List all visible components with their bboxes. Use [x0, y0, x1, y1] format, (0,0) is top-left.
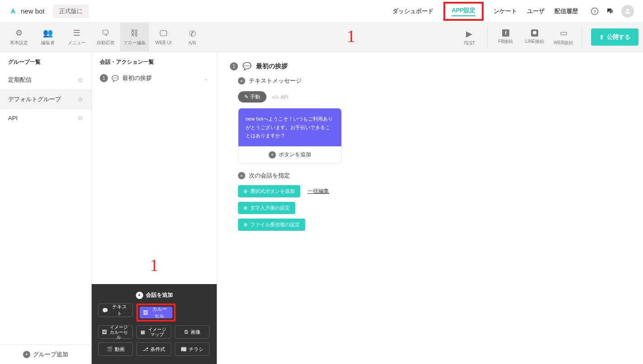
add-text-button[interactable]: 💬 テキスト: [98, 303, 133, 317]
add-conditional-button[interactable]: ⎇ 条件式: [136, 342, 171, 356]
nav-app-settings[interactable]: APP設定: [452, 6, 475, 16]
message-card[interactable]: new botへようこそ！いつもご利用ありがとうございます。お手伝いできることは…: [238, 108, 342, 163]
api-mode-button[interactable]: </> API: [272, 94, 289, 100]
add-button-action[interactable]: + ボタンを追加: [238, 146, 341, 163]
step-number-badge: 1: [100, 74, 108, 82]
left-column: グループ一覧 定期配信 ⚙ デフォルトグループ ⚙ API ⚙ + グループ追加: [0, 52, 92, 364]
add-carousel-button[interactable]: 🖼 カルーセル: [140, 307, 172, 318]
nav-survey[interactable]: ンケート: [494, 7, 517, 15]
newspaper-icon: 📰: [181, 346, 187, 352]
speech-icon: 💬: [102, 308, 108, 313]
add-flyer-button[interactable]: 📰 チラシ: [175, 342, 210, 356]
bulk-edit-link[interactable]: 一括編集: [308, 187, 329, 195]
separator: [487, 26, 488, 48]
tool-editors[interactable]: 👥 編集者: [33, 23, 62, 51]
line-icon: [531, 29, 538, 37]
chevron-down-icon[interactable]: ⌄: [204, 75, 209, 82]
nav-delivery[interactable]: 配信履歴: [554, 7, 578, 15]
add-image-button[interactable]: 🖻 画像: [175, 325, 210, 339]
annotation-box-app-settings: APP設定: [443, 2, 484, 21]
users-icon: 👥: [43, 28, 53, 38]
action-list-title: 会話・アクション一覧: [92, 52, 217, 70]
add-conversation-panel: + 会話を追加 💬 テキスト 🖼 カルーセル 🖼 イメージ カルーセル: [92, 284, 217, 364]
topnav: ダッシュボード APP設定 ンケート ユーザ 配信履歴: [392, 2, 578, 21]
svg-point-3: [626, 9, 629, 11]
nav-dashboard[interactable]: ダッシュボード: [392, 7, 433, 15]
image-icon: 🖼: [143, 310, 148, 315]
annotation-box-carousel: 🖼 カルーセル: [136, 303, 176, 322]
tool-line[interactable]: LINE接続: [520, 23, 549, 51]
flow-step-header: 1 💬 最初の挨拶: [230, 62, 630, 70]
tool-web[interactable]: ▭ WEB接続: [549, 23, 578, 51]
separator: [582, 26, 582, 48]
toolbar: ⚙ 基本設定 👥 編集者 ☰ メニュー 🗨 自動応答 ⛓ フロー編集 🖵 WEB…: [0, 23, 643, 52]
publish-button[interactable]: ⬆ 公開する: [591, 28, 638, 46]
tool-ivr[interactable]: ✆ IVR: [178, 23, 207, 51]
action-item-greeting[interactable]: 1 💬 最初の挨拶 ⌄: [92, 70, 217, 86]
chat-icon[interactable]: [606, 7, 614, 15]
step-number-badge: 1: [230, 62, 238, 70]
play-icon: ▶: [466, 29, 472, 39]
comments-icon: 🗨: [102, 28, 110, 38]
annotation-1-top: 1: [347, 26, 355, 46]
gear-icon[interactable]: ⚙: [78, 115, 83, 121]
group-item-api[interactable]: API ⚙: [0, 109, 91, 127]
svg-text:?: ?: [593, 9, 596, 14]
window-icon: ▭: [560, 28, 568, 38]
code-icon: </>: [272, 94, 279, 100]
tool-auto-reply[interactable]: 🗨 自動応答: [91, 23, 120, 51]
tool-basic-settings[interactable]: ⚙ 基本設定: [5, 23, 33, 51]
step-title: 最初の挨拶: [256, 62, 288, 70]
flow-editor: 1 💬 最初の挨拶 + テキストメッセージ ✎ 手動 </> API new b…: [217, 52, 643, 364]
gear-icon[interactable]: ⚙: [78, 77, 83, 84]
video-icon: 🎬: [107, 346, 113, 352]
add-choice-button[interactable]: ⊕ 選択式ボタンを追加: [238, 185, 300, 197]
branch-icon: ⎇: [143, 346, 149, 352]
tool-fb[interactable]: f FB接続: [491, 23, 520, 51]
add-text-message-row[interactable]: + テキストメッセージ: [238, 77, 630, 85]
file-image-icon: 🖻: [184, 329, 189, 335]
svg-point-7: [533, 31, 536, 34]
middle-column: 会話・アクション一覧 1 💬 最初の挨拶 ⌄ 1 + 会話を追加 💬 テキスト …: [92, 52, 217, 364]
next-conversation-row[interactable]: + 次の会話を指定: [238, 172, 630, 180]
svg-marker-0: [10, 8, 16, 14]
add-image-map-button[interactable]: ▦ イメージ マップ: [136, 325, 171, 339]
tool-menu[interactable]: ☰ メニュー: [62, 23, 91, 51]
plus-icon: +: [238, 77, 245, 84]
message-body[interactable]: new botへようこそ！いつもご利用ありがとうございます。お手伝いできることは…: [238, 108, 341, 146]
plan-badge[interactable]: 正式版に: [53, 5, 89, 18]
logo-icon: [9, 7, 17, 15]
facebook-icon: f: [502, 29, 509, 37]
phone-icon: ✆: [189, 29, 196, 39]
main: グループ一覧 定期配信 ⚙ デフォルトグループ ⚙ API ⚙ + グループ追加…: [0, 52, 643, 364]
add-video-button[interactable]: 🎬 動画: [98, 342, 133, 356]
svg-text:f: f: [505, 30, 507, 36]
images-icon: 🖼: [102, 329, 107, 335]
tool-flow-edit[interactable]: ⛓ フロー編集: [120, 23, 149, 51]
sitemap-icon: ⛓: [130, 28, 139, 38]
nav-user[interactable]: ユーザ: [527, 7, 545, 15]
gear-icon[interactable]: ⚙: [78, 96, 83, 103]
toolbar-right: ▶ TEST f FB接続 LINE接続 ▭ WEB接続 ⬆ 公開する: [455, 23, 638, 51]
pencil-icon: ✎: [244, 94, 248, 100]
add-group-button[interactable]: + グループ追加: [0, 344, 91, 364]
plus-icon: +: [238, 172, 245, 179]
avatar[interactable]: [621, 5, 634, 18]
group-item-scheduled[interactable]: 定期配信 ⚙: [0, 70, 91, 90]
annotation-1-mid: 1: [92, 255, 217, 275]
group-item-default[interactable]: デフォルトグループ ⚙: [0, 90, 91, 109]
plus-icon: ⊕: [243, 222, 247, 228]
topbar-icons: ?: [591, 5, 634, 18]
help-icon[interactable]: ?: [591, 7, 599, 15]
gear-icon: ⚙: [15, 28, 23, 38]
list-icon: ☰: [73, 28, 80, 38]
plus-icon: ⊕: [243, 205, 247, 211]
plus-icon: +: [136, 292, 143, 299]
add-image-carousel-button[interactable]: 🖼 イメージ カルーセル: [98, 325, 133, 339]
tool-test[interactable]: ▶ TEST: [455, 23, 484, 51]
manual-pill[interactable]: ✎ 手動: [238, 91, 266, 103]
file-receive-settings-button[interactable]: ⊕ ファイル受信後の設定: [238, 219, 305, 231]
tool-web-ui[interactable]: 🖵 WEB UI: [149, 23, 178, 51]
text-input-settings-button[interactable]: ⊕ 文字入力後の設定: [238, 202, 295, 214]
speech-icon: 💬: [242, 62, 252, 70]
